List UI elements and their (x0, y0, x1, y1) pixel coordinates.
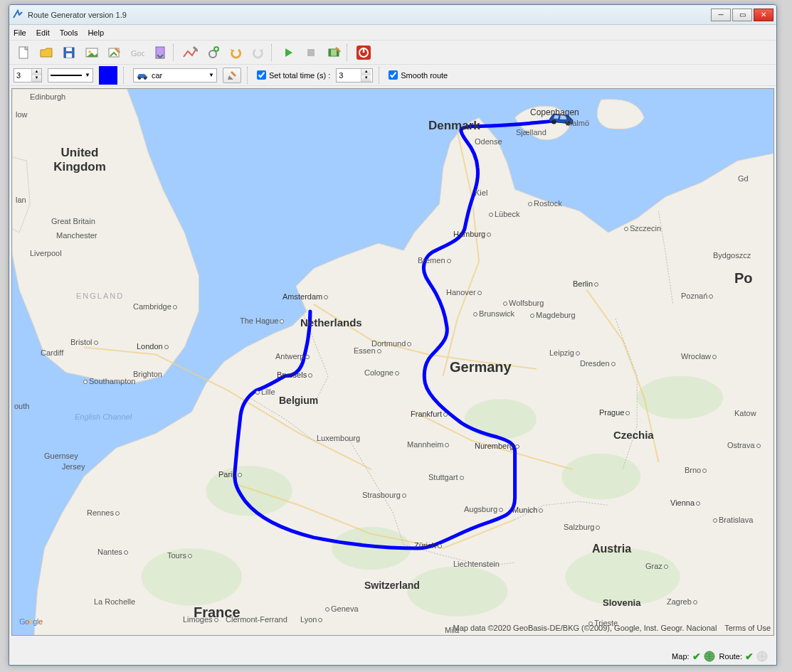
power-button[interactable] (354, 43, 374, 63)
city-label: Augsburg (464, 505, 503, 513)
total-time-input[interactable] (337, 71, 361, 80)
maximize-button[interactable]: ▭ (732, 9, 752, 21)
city-label: Malmö (566, 119, 589, 127)
open-button[interactable] (36, 43, 56, 63)
city-label: Strasbourg (362, 491, 406, 499)
city-label: Antwerp (275, 352, 310, 361)
close-button[interactable]: ✕ (754, 9, 773, 21)
import-image-button[interactable] (82, 43, 102, 63)
statusbar: Map: ✔ Route: ✔ (672, 651, 768, 662)
region-label: low (16, 110, 28, 119)
city-label: Cambridge (133, 302, 177, 311)
menu-file[interactable]: File (14, 28, 26, 37)
region-label: Sjælland (516, 128, 547, 137)
terms-link[interactable]: Terms of Use (724, 624, 771, 632)
city-label: Nantes (97, 548, 128, 556)
svg-point-19 (144, 77, 147, 80)
draw-route-button[interactable] (180, 43, 200, 63)
toolbar-separator (173, 44, 177, 61)
add-point-button[interactable] (203, 43, 223, 63)
toolbar-separator (379, 67, 383, 84)
svg-point-5 (88, 50, 91, 53)
menu-tools[interactable]: Tools (60, 28, 78, 37)
city-label: Lyon (300, 615, 322, 624)
city-label: Brno (685, 466, 707, 474)
city-label: The Hague (240, 316, 284, 325)
stop-button[interactable] (301, 43, 321, 63)
city-label: Stuttgart (428, 473, 464, 481)
edit-image-button[interactable] (105, 43, 125, 63)
line-width-input[interactable] (14, 71, 31, 80)
route-color-button[interactable] (99, 66, 117, 85)
city-label: Copenhagen (530, 107, 579, 117)
city-label: Brighton (133, 370, 162, 378)
city-label: Zürich (414, 540, 442, 550)
region-label: Great Britain (51, 217, 95, 225)
city-label: Salzburg (564, 523, 600, 531)
svg-rect-11 (307, 49, 315, 56)
city-label: Poznań (681, 292, 713, 300)
city-label: Dresden (580, 359, 616, 368)
menu-help[interactable]: Help (88, 28, 104, 37)
undo-button[interactable] (226, 43, 245, 63)
city-label: Berlin (573, 279, 598, 289)
globe-icon[interactable] (704, 651, 715, 662)
minimize-button[interactable]: ─ (711, 9, 731, 21)
region-label: outh (14, 402, 29, 410)
menu-edit[interactable]: Edit (36, 28, 50, 37)
country-label: Po (734, 270, 753, 287)
window-title: Route Generator version 1.9 (28, 11, 127, 19)
city-label: Munich (512, 505, 543, 515)
svg-point-18 (138, 77, 141, 80)
city-label: Limoges (183, 615, 218, 624)
country-label: Switzerland (364, 580, 420, 591)
new-button[interactable] (14, 43, 33, 63)
redo-button[interactable] (248, 43, 268, 63)
set-total-time-checkbox[interactable]: Set total time (s) : (257, 70, 330, 80)
city-label: Katow (734, 409, 756, 417)
city-label: Hamburg (453, 229, 491, 239)
save-project-button[interactable] (150, 43, 170, 63)
edit-vehicle-button[interactable] (223, 68, 241, 83)
city-label: Rostock (528, 199, 562, 208)
region-label: ENGLAND (76, 292, 124, 300)
city-label: Nuremberg (475, 441, 519, 451)
country-label: Slovenia (603, 597, 640, 608)
car-icon (136, 71, 149, 80)
city-label: Geneva (325, 604, 359, 613)
play-button[interactable] (278, 43, 298, 63)
city-label: Wolfsburg (503, 299, 544, 307)
city-label: Leipzig (549, 348, 580, 357)
map-canvas[interactable]: Edinburgh low UnitedKingdom Great Britai… (11, 88, 774, 636)
vehicle-select[interactable]: car ▼ (133, 68, 217, 82)
city-label: Ostrava (727, 441, 761, 449)
google-maps-button[interactable]: Google (127, 43, 147, 63)
country-label: Liechtenstein (453, 560, 500, 568)
city-label: Southampton (83, 377, 135, 385)
smooth-route-checkbox[interactable]: Smooth route (389, 70, 448, 80)
total-time-spinner[interactable]: ▲▼ (336, 68, 373, 82)
line-style-select[interactable]: ▼ (48, 68, 93, 82)
city-label: Bristol (70, 338, 98, 346)
app-window: Route Generator version 1.9 ─ ▭ ✕ File E… (9, 4, 777, 666)
city-label: Essen (354, 346, 381, 355)
status-map-label: Map: (672, 652, 689, 661)
globe-icon[interactable] (756, 651, 768, 662)
city-label: Gd (738, 174, 749, 183)
vehicle-label: car (152, 71, 162, 80)
city-label: Mannheim (407, 440, 449, 449)
city-label: Prague (599, 407, 630, 417)
city-label: Amsterdam (283, 292, 328, 302)
status-route-label: Route: (719, 652, 742, 661)
line-width-spinner[interactable]: ▲▼ (14, 68, 42, 82)
city-label: Tours (167, 551, 192, 560)
toolbar-separator (347, 44, 351, 61)
country-label: Denmark (428, 119, 480, 133)
generate-movie-button[interactable] (324, 43, 344, 63)
svg-rect-2 (66, 48, 72, 51)
city-label: Rennes (87, 508, 120, 517)
country-label: Netherlands (300, 316, 362, 329)
region-label: lan (16, 196, 26, 204)
titlebar[interactable]: Route Generator version 1.9 ─ ▭ ✕ (9, 5, 776, 25)
save-button[interactable] (59, 43, 79, 63)
